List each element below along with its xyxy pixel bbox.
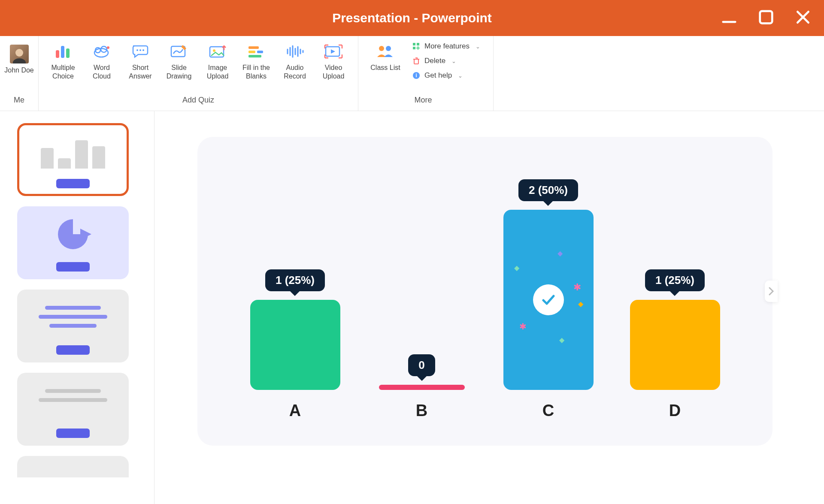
correct-answer-badge: [533, 284, 564, 315]
chevron-down-icon: ⌄: [476, 43, 480, 50]
svg-point-13: [142, 49, 144, 51]
poll-results-chart: 1 (25%)02 (50%)◆✱✱◆◆◆1 (25%) ABCD: [232, 154, 738, 429]
ribbon-group-label-more: More: [366, 96, 480, 107]
bar-chart-icon: [55, 43, 71, 60]
minimize-button[interactable]: [721, 9, 737, 27]
tool-audio-record[interactable]: Audio Record: [276, 40, 314, 83]
chart-bar-label: 0: [408, 354, 435, 376]
tool-fill-blanks[interactable]: Fill in the Blanks: [237, 40, 276, 83]
ribbon-group-more: Class List More features⌄ Delete⌄ i Get …: [358, 36, 494, 111]
cloud-icon: [93, 43, 111, 60]
speech-bubble-icon: [131, 43, 149, 60]
chevron-down-icon: ⌄: [451, 58, 456, 64]
tool-class-list[interactable]: Class List: [366, 40, 405, 75]
chart-bar: ◆✱✱◆◆◆: [503, 210, 594, 390]
svg-rect-17: [248, 46, 259, 49]
more-features-menu[interactable]: More features⌄: [412, 42, 480, 51]
chart-bar-C: 2 (50%)◆✱✱◆◆◆: [499, 179, 598, 390]
check-icon: [540, 291, 557, 308]
workspace: 1 (25%)02 (50%)◆✱✱◆◆◆1 (25%) ABCD: [0, 111, 824, 504]
tool-video-upload[interactable]: Video Upload: [314, 40, 353, 83]
chart-bar-label: 1 (25%): [645, 269, 705, 291]
chart-bar-label: 2 (50%): [518, 179, 578, 201]
next-slide-button[interactable]: [765, 281, 778, 302]
slide-thumbnail-3[interactable]: [17, 290, 129, 362]
fill-blanks-icon: [248, 43, 265, 60]
svg-point-11: [136, 49, 138, 51]
tool-word-cloud[interactable]: Word Cloud: [82, 40, 121, 83]
info-icon: i: [412, 72, 420, 79]
svg-point-12: [139, 49, 141, 51]
svg-rect-5: [61, 46, 64, 58]
slide-thumbnail-panel[interactable]: [0, 111, 154, 504]
svg-point-16: [213, 49, 215, 52]
grid-plus-icon: [412, 42, 420, 50]
chevron-right-icon: [768, 287, 774, 296]
user-name: John Doe: [4, 66, 34, 74]
slide-thumbnail-5[interactable]: [17, 456, 129, 477]
user-avatar[interactable]: [10, 45, 29, 63]
tool-short-answer[interactable]: Short Answer: [121, 40, 160, 83]
get-help-menu[interactable]: i Get help⌄: [412, 71, 480, 80]
chart-category-label: B: [373, 401, 471, 420]
chart-bar: [379, 385, 465, 390]
slide-content: 1 (25%)02 (50%)◆✱✱◆◆◆1 (25%) ABCD: [197, 137, 772, 446]
svg-point-31: [386, 46, 391, 51]
confetti-icon: ◆: [514, 264, 519, 272]
confetti-icon: ◆: [559, 336, 564, 344]
confetti-icon: ✱: [573, 282, 581, 293]
confetti-icon: ◆: [557, 249, 563, 257]
slide-thumbnail-2[interactable]: [17, 206, 129, 279]
chart-bar-label: 1 (25%): [265, 269, 325, 291]
svg-rect-32: [413, 43, 415, 45]
chart-bar: [630, 300, 720, 390]
ribbon-group-add-quiz: Multiple Choice Word Cloud Short Answer …: [39, 36, 358, 111]
class-list-icon: [376, 43, 394, 60]
ribbon-group-me: John Doe Me: [0, 36, 39, 111]
maximize-button[interactable]: [758, 9, 774, 27]
svg-rect-34: [413, 47, 415, 49]
svg-text:i: i: [415, 72, 417, 78]
trash-icon: [412, 57, 420, 65]
video-upload-icon: [324, 43, 343, 60]
svg-point-10: [107, 46, 109, 49]
chart-category-label: A: [246, 401, 345, 420]
svg-rect-6: [66, 48, 70, 58]
slide-canvas: 1 (25%)02 (50%)◆✱✱◆◆◆1 (25%) ABCD: [154, 111, 824, 504]
tool-slide-drawing[interactable]: Slide Drawing: [160, 40, 198, 83]
audio-waveform-icon: [286, 43, 304, 60]
delete-menu[interactable]: Delete⌄: [412, 57, 480, 65]
tool-image-upload[interactable]: Image Upload: [198, 40, 237, 83]
ribbon: John Doe Me Multiple Choice Word Cloud: [0, 36, 824, 111]
svg-rect-18: [248, 51, 255, 53]
chart-category-label: D: [626, 401, 724, 420]
title-bar: Presentation - Powerpoint: [0, 0, 824, 36]
svg-point-30: [379, 46, 384, 51]
ribbon-group-label-me: Me: [14, 96, 24, 107]
svg-rect-1: [760, 11, 772, 24]
confetti-icon: ◆: [578, 300, 583, 308]
chevron-down-icon: ⌄: [458, 72, 463, 79]
chart-bar-A: 1 (25%): [246, 269, 345, 390]
tool-multiple-choice[interactable]: Multiple Choice: [44, 40, 82, 83]
ribbon-group-label-add-quiz: Add Quiz: [44, 96, 353, 107]
chart-bar-D: 1 (25%): [626, 269, 724, 390]
svg-rect-35: [414, 59, 418, 64]
slide-thumbnail-4[interactable]: [17, 373, 129, 446]
svg-rect-20: [248, 55, 261, 57]
confetti-icon: ✱: [519, 321, 527, 332]
svg-rect-33: [417, 43, 419, 45]
window-title: Presentation - Powerpoint: [332, 11, 492, 25]
window-controls: [721, 0, 811, 36]
chart-bar-B: 0: [373, 354, 471, 390]
chart-bar: [250, 300, 340, 390]
chart-category-label: C: [499, 401, 598, 420]
svg-marker-29: [331, 49, 335, 54]
close-button[interactable]: [795, 9, 811, 27]
svg-rect-19: [257, 51, 263, 53]
svg-rect-4: [56, 50, 59, 58]
image-upload-icon: [209, 43, 227, 60]
slide-thumbnail-1[interactable]: [17, 123, 129, 196]
drawing-icon: [170, 43, 188, 60]
